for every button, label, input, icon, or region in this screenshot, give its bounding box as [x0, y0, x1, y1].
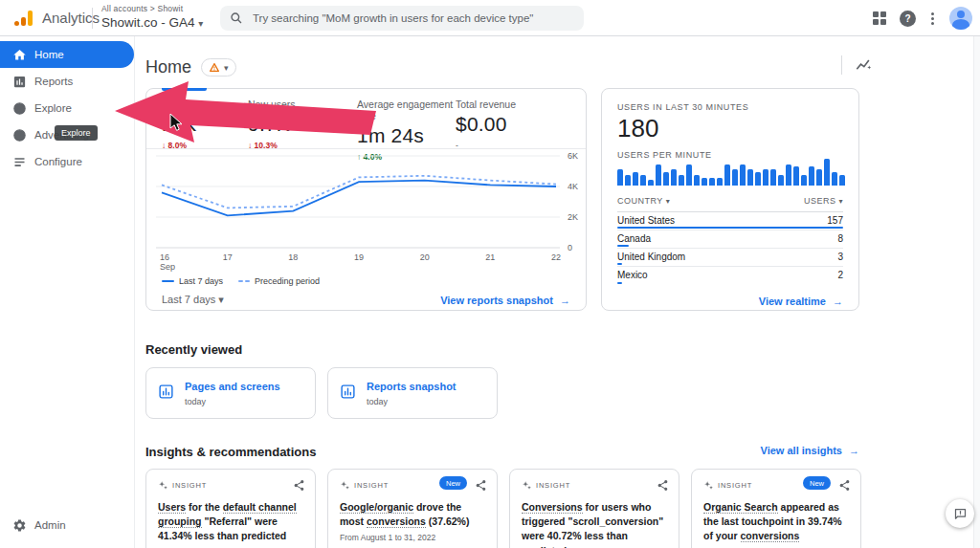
arrow-right-icon: → — [833, 296, 843, 307]
users-line-chart: 6K4K2K016Sep171819202122 — [146, 148, 588, 274]
sidebar-item-configure[interactable]: Configure — [0, 148, 134, 175]
users-column-header[interactable]: USERS ▾ — [804, 196, 843, 206]
svg-text:0: 0 — [568, 243, 572, 252]
new-badge: New — [803, 476, 831, 490]
insight-sparkle-icon — [703, 477, 714, 494]
caret-down-icon: ▾ — [224, 63, 229, 73]
recent-card-label: Reports snapshot — [367, 381, 457, 392]
metric-label: Total revenue — [456, 99, 586, 110]
feedback-icon — [953, 507, 968, 521]
search-bar[interactable] — [220, 6, 584, 31]
country-name: United Kingdom — [617, 252, 685, 262]
insight-text: Google/organic drove the most conversion… — [340, 500, 488, 529]
topbar-divider — [92, 8, 93, 29]
country-users: 157 — [827, 215, 843, 226]
account-avatar[interactable] — [949, 7, 972, 30]
svg-text:17: 17 — [223, 252, 233, 262]
advertising-icon — [12, 128, 27, 142]
country-bar — [617, 282, 622, 284]
insight-card-1[interactable]: INSIGHTUsers for the default channel gro… — [145, 469, 316, 548]
insight-label: INSIGHT — [354, 481, 389, 490]
recent-card-pages-and-screens[interactable]: Pages and screenstoday — [145, 367, 316, 419]
new-badge: New — [439, 476, 467, 490]
svg-text:22: 22 — [551, 252, 561, 262]
overview-card: Users11K↓ 8.0%New users9.7K↓ 10.3%Averag… — [145, 88, 587, 311]
sidebar-item-reports[interactable]: Reports — [0, 68, 134, 95]
country-users: 8 — [837, 233, 843, 244]
warning-icon — [209, 62, 220, 73]
sidebar-item-label: Reports — [34, 76, 73, 87]
metric-label: Users — [162, 99, 248, 110]
svg-text:16: 16 — [160, 252, 169, 262]
insight-label: INSIGHT — [718, 481, 752, 490]
insight-card-3[interactable]: INSIGHTConversions for users who trigger… — [509, 469, 679, 548]
view-reports-snapshot-link[interactable]: View reports snapshot → — [440, 295, 570, 306]
sidebar-item-label: Configure — [34, 156, 82, 167]
reports-icon — [12, 75, 27, 89]
view-realtime-link[interactable]: View realtime → — [759, 296, 843, 307]
sidebar-item-home[interactable]: Home — [0, 41, 134, 68]
svg-text:21: 21 — [485, 252, 495, 262]
share-icon[interactable] — [475, 478, 487, 491]
property-status-chip[interactable]: ▾ — [201, 58, 236, 77]
share-icon[interactable] — [657, 478, 669, 491]
insights-section-title: Insights & recommendations — [145, 445, 316, 459]
insight-label: INSIGHT — [536, 481, 570, 490]
svg-text:2K: 2K — [568, 212, 578, 222]
top-app-bar: Analytics All accounts > Showit Showit.c… — [0, 0, 980, 36]
sidebar-item-explore[interactable]: Explore — [0, 95, 134, 121]
share-icon[interactable] — [293, 478, 305, 491]
recent-card-time: today — [367, 397, 388, 406]
report-chart-icon — [340, 384, 356, 400]
realtime-card: USERS IN LAST 30 MINUTES 180 USERS PER M… — [601, 88, 859, 311]
view-all-insights-link[interactable]: View all insights → — [761, 445, 859, 456]
report-chart-icon — [158, 384, 174, 400]
breadcrumb[interactable]: All accounts > Showit — [101, 4, 203, 13]
country-name: United States — [617, 215, 675, 226]
insight-text: Conversions for users who triggered "scr… — [522, 500, 670, 548]
country-name: Canada — [617, 233, 651, 244]
metric-value: 11K — [162, 113, 248, 136]
insight-text: Organic Search appeared as the last touc… — [703, 500, 852, 544]
share-icon[interactable] — [838, 478, 851, 491]
search-input[interactable] — [253, 12, 574, 24]
svg-text:6K: 6K — [568, 151, 578, 161]
realtime-title: USERS IN LAST 30 MINUTES — [617, 102, 748, 112]
apps-grid-icon[interactable] — [873, 11, 886, 25]
caret-down-icon: ▾ — [838, 197, 843, 206]
feedback-button[interactable] — [946, 499, 974, 528]
sidebar-item-label: Admin — [34, 519, 66, 531]
recently-viewed-title: Recently viewed — [145, 342, 242, 357]
overflow-menu-icon[interactable] — [929, 11, 936, 27]
recently-viewed-cards: Pages and screenstodayReports snapshotto… — [145, 367, 498, 419]
insight-card-2[interactable]: INSIGHTNewGoogle/organic drove the most … — [327, 469, 498, 548]
sidebar-item-admin[interactable]: Admin — [0, 514, 135, 537]
country-bar — [617, 263, 622, 265]
legend-item: Preceding period — [238, 276, 320, 286]
country-row: Mexico2 — [617, 267, 843, 285]
scrollbar[interactable] — [973, 36, 980, 548]
property-selector[interactable]: Showit.co - GA4 ▾ — [101, 15, 203, 30]
svg-text:18: 18 — [288, 252, 298, 262]
insight-sparkle-icon — [522, 477, 532, 494]
insights-sparkline-icon[interactable] — [854, 55, 873, 75]
help-icon[interactable]: ? — [900, 11, 916, 27]
country-bar — [617, 227, 843, 229]
insight-sparkle-icon — [340, 477, 350, 494]
active-metric-tab-indicator — [162, 88, 207, 91]
recent-card-reports-snapshot[interactable]: Reports snapshottoday — [327, 367, 498, 419]
caret-down-icon: ▾ — [666, 197, 671, 206]
svg-text:Sep: Sep — [160, 262, 175, 272]
country-column-header[interactable]: COUNTRY ▾ — [617, 196, 670, 206]
explore-icon — [12, 101, 27, 116]
left-nav-items: HomeReportsExploreAdvertisingConfigure — [0, 41, 134, 175]
country-row: United Kingdom3 — [617, 249, 843, 267]
country-row: Canada8 — [617, 230, 843, 249]
analytics-logo-icon[interactable] — [13, 9, 34, 28]
insight-text: Users for the default channel grouping "… — [158, 500, 306, 544]
explore-tooltip: Explore — [55, 125, 98, 141]
insight-card-4[interactable]: INSIGHTNewOrganic Search appeared as the… — [691, 469, 861, 548]
insight-label: INSIGHT — [172, 481, 207, 490]
left-nav: HomeReportsExploreAdvertisingConfigure A… — [0, 36, 135, 548]
period-selector[interactable]: Last 7 days ▾ — [162, 294, 224, 306]
